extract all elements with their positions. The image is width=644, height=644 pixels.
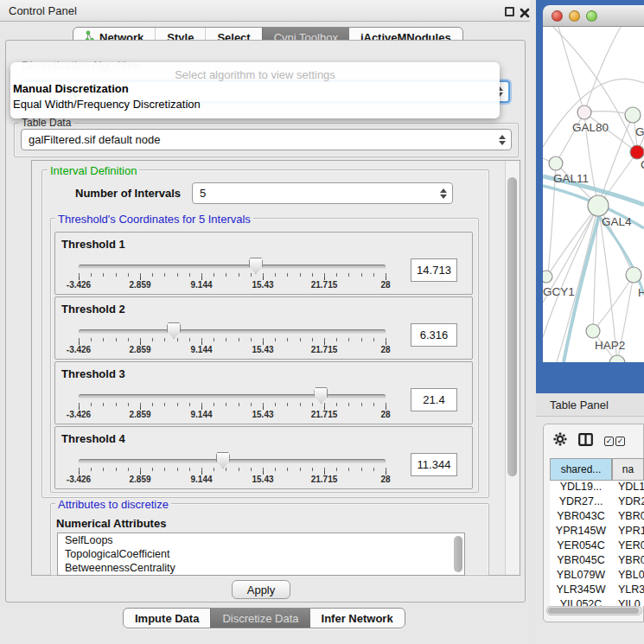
algorithm-option[interactable]: Manual Discretization xyxy=(10,81,500,97)
bottom-tab-bar: Impute DataDiscretize DataInfer Network xyxy=(123,608,405,628)
table-cell: YDL1 xyxy=(612,481,644,495)
column-header[interactable]: na xyxy=(612,458,644,481)
table-cell: YBR045C xyxy=(550,554,612,569)
tab-infer-network[interactable]: Infer Network xyxy=(310,609,405,628)
attribute-list-item[interactable]: BetweennessCentrality xyxy=(58,561,464,575)
column-header[interactable]: shared... xyxy=(550,458,612,481)
table-cell: YLR3 xyxy=(612,583,644,598)
panel-title: Control Panel xyxy=(9,4,77,17)
network-canvas[interactable]: GAL80GACGAL11GAL4GCY1HHAP2 xyxy=(543,27,644,362)
algorithm-option[interactable]: Equal Width/Frequency Discretization xyxy=(10,97,500,112)
table-row[interactable]: YBR045CYBR0 xyxy=(550,554,644,569)
threshold-value-field[interactable]: 21.4 xyxy=(411,388,457,411)
node-label: GAL11 xyxy=(553,172,589,185)
table-cell: YBR0 xyxy=(612,554,644,569)
attributes-scrollbar-thumb[interactable] xyxy=(454,536,462,572)
node-label: GAL4 xyxy=(602,215,632,228)
slider-minor-ticks xyxy=(79,338,386,341)
network-node-gal11[interactable] xyxy=(549,156,563,170)
tick-label: 28 xyxy=(380,410,390,419)
network-node-h-node[interactable] xyxy=(626,267,641,283)
table-row[interactable]: YLR345WYLR3 xyxy=(550,583,644,598)
network-node-gal80[interactable] xyxy=(577,105,591,119)
table-row[interactable]: YDR27...YDR2 xyxy=(550,495,644,510)
horizontal-scrollbar-thumb[interactable] xyxy=(548,608,639,614)
attribute-list-item[interactable]: TopologicalCoefficient xyxy=(58,547,464,561)
table-row[interactable]: YPR145WYPR1 xyxy=(550,525,644,539)
table-cell: YIL052C xyxy=(550,598,612,606)
table-cell: YLR345W xyxy=(550,583,612,598)
mac-close-icon[interactable] xyxy=(552,10,563,22)
threshold-slider[interactable] xyxy=(79,265,386,269)
node-label: H xyxy=(638,286,644,299)
network-window-titlebar[interactable] xyxy=(543,5,644,27)
num-intervals-combobox[interactable]: 5 xyxy=(192,182,453,204)
tab-discretize-data[interactable]: Discretize Data xyxy=(210,609,309,628)
tick-label: 28 xyxy=(380,475,390,484)
close-icon[interactable] xyxy=(520,6,530,16)
float-panel-icon[interactable] xyxy=(505,7,514,16)
table-cell: YBL0 xyxy=(612,569,644,583)
checkbox-pair-icon[interactable]: ✓✓ xyxy=(604,437,625,446)
threshold-panel: Threshold 2 -3.4262.8599.14415.4321.7152… xyxy=(54,296,473,360)
control-panel-titlebar: Control Panel xyxy=(0,0,530,22)
apply-button[interactable]: Apply xyxy=(232,580,290,599)
threshold-slider[interactable] xyxy=(79,329,386,334)
tab-label: Infer Network xyxy=(322,612,393,625)
slider-thumb-icon[interactable] xyxy=(216,452,230,469)
network-node-gcy1[interactable] xyxy=(543,271,552,283)
tick-label: 21.715 xyxy=(311,475,338,484)
attribute-list-item[interactable]: SelfLoops xyxy=(58,533,464,547)
tick-label: 9.144 xyxy=(190,345,212,354)
network-edge xyxy=(543,206,598,337)
threshold-value-field[interactable]: 11.344 xyxy=(411,453,457,476)
tab-label: Discretize Data xyxy=(222,612,298,625)
table-cell: YER054C xyxy=(550,539,612,554)
tick-label: 2.859 xyxy=(129,410,150,419)
tick-label: 9.144 xyxy=(190,410,212,419)
threshold-value-field[interactable]: 14.713 xyxy=(411,258,457,282)
table-row[interactable]: YIL052CYIL0 xyxy=(550,598,644,606)
threshold-slider[interactable] xyxy=(79,394,386,399)
vertical-scrollbar[interactable] xyxy=(505,161,520,575)
tick-label: 15.43 xyxy=(252,280,273,290)
table-cell: YBR043C xyxy=(550,510,612,525)
node-label: GA xyxy=(635,125,644,138)
table-panel-title: Table Panel xyxy=(550,399,609,411)
table-cell: YPR1 xyxy=(612,525,644,539)
numerical-attributes-list[interactable]: SelfLoopsTopologicalCoefficientBetweenne… xyxy=(57,532,465,576)
vertical-scrollbar-thumb[interactable] xyxy=(507,177,517,476)
network-node-selected-red[interactable] xyxy=(630,145,644,159)
tab-impute-data[interactable]: Impute Data xyxy=(124,609,210,628)
gear-icon[interactable] xyxy=(553,432,567,450)
tick-label: -3.426 xyxy=(67,345,91,354)
tick-label: -3.426 xyxy=(67,475,91,484)
table-cell: YDR27... xyxy=(550,495,612,510)
slider-thumb-icon[interactable] xyxy=(249,258,263,274)
network-node-gal4[interactable] xyxy=(588,195,609,216)
table-cell: YBL079W xyxy=(550,569,612,583)
threshold-value-field[interactable]: 6.316 xyxy=(411,323,457,347)
table-data-combobox[interactable]: galFiltered.sif default node xyxy=(21,129,512,150)
slider-minor-ticks xyxy=(79,403,386,406)
node-label: GAL80 xyxy=(572,121,609,134)
tick-label: 21.715 xyxy=(311,280,338,290)
table-row[interactable]: YDL19...YDL1 xyxy=(550,481,644,495)
threshold-slider[interactable] xyxy=(79,459,386,463)
table-cell: YER0 xyxy=(612,539,644,554)
table-row[interactable]: YBL079WYBL0 xyxy=(550,569,644,583)
slider-thumb-icon[interactable] xyxy=(167,322,181,339)
table-cell: YDL19... xyxy=(550,481,612,495)
mac-minimize-icon[interactable] xyxy=(569,10,580,22)
horizontal-scrollbar[interactable] xyxy=(546,606,642,615)
split-panel-icon[interactable] xyxy=(578,433,593,450)
network-node-hap2[interactable] xyxy=(586,324,600,338)
tick-label: 2.859 xyxy=(129,475,150,484)
mac-zoom-icon[interactable] xyxy=(586,10,597,22)
network-node-top-green[interactable] xyxy=(625,107,641,123)
num-intervals-value: 5 xyxy=(200,187,206,200)
slider-thumb-icon[interactable] xyxy=(314,387,328,404)
table-row[interactable]: YER054CYER0 xyxy=(550,539,644,554)
table-row[interactable]: YBR043CYBR0 xyxy=(550,510,644,525)
tick-label: 9.144 xyxy=(190,475,212,484)
